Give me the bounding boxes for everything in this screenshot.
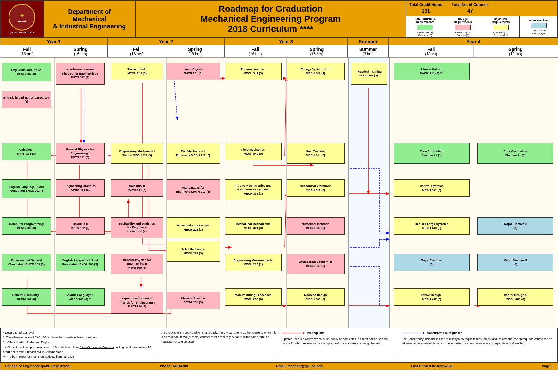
- sep-summer-y4: [389, 58, 390, 328]
- title-line1: Roadmap for Graduation: [201, 4, 341, 14]
- course-geng106: Computer ProgrammingGENG 106 (3): [2, 217, 51, 235]
- sep-y2-fall-spring: [166, 58, 167, 328]
- course-chem101: General Chemistry ICHEM 101 (3): [2, 288, 51, 306]
- year4-header: Year 4 Fall (18hrs) Spring (12 hrs): [389, 38, 558, 57]
- course-math231: Linear AlgebraMATH 231 (3): [166, 63, 220, 80]
- course-chem103: Experimental GeneralChemistry I CHEM 103…: [2, 254, 51, 271]
- col-y4-spring-bg: [474, 58, 558, 328]
- year2-label: Year 2: [108, 38, 224, 45]
- note-2: ** The alternate course ARAB 107 is offe…: [3, 335, 156, 340]
- sep-y4-fall-spring: [474, 58, 474, 328]
- course-math217: Mathematics forEngineers MATH 217 (3): [166, 179, 220, 200]
- y4-spring-label: Spring (12 hrs): [474, 45, 558, 57]
- course-mech322: Mechanical VibrationsMECH 322 (3): [286, 179, 345, 197]
- legend-major-electives: Major Electives Credit hrs(9) Courses(3): [520, 16, 557, 37]
- sep-y1-y2: [108, 58, 108, 328]
- course-mech213: Engineering MeasurementsMECH 213 (1): [225, 254, 282, 271]
- bottom-notes: * Departmental approval ** The alternate…: [1, 328, 159, 362]
- header: ✦ جامعة قطر QATAR UNIVERSITY Department …: [0, 0, 558, 38]
- title-line2: Mechanical Engineering Program: [201, 14, 341, 24]
- y1-spring-label: Spring (16 hrs): [54, 45, 107, 57]
- note-1: * Departmental approval: [3, 330, 156, 335]
- course-geng111: Engineering GraphicsGENG 111 (3): [56, 179, 105, 197]
- summer-label: Summer: [348, 38, 388, 45]
- course-geng200: Probability and statisticsfor EngineersG…: [111, 217, 163, 238]
- course-math211: Calculus IIIMATH 211 (3): [111, 179, 163, 197]
- total-courses: Total No. of Courses 47: [452, 2, 488, 15]
- course-phys194: Experimental GeneralPhysics for Engineer…: [111, 292, 163, 314]
- course-phys192: Experimental GeneralPhysics for Engineer…: [56, 63, 105, 85]
- footer-phone: Phone: 44034300: [160, 364, 188, 368]
- bottom-coreq: A co-requisite is a course which must be…: [159, 328, 279, 362]
- sep-y2-y3: [225, 58, 225, 328]
- dept-line3: & Industrial Engineering: [53, 23, 126, 30]
- summer-hrs-label: Summer (3 hrs): [348, 45, 388, 57]
- course-mech221: Engineering Mechanics IStatics MECH 221 …: [111, 143, 163, 164]
- course-math102: Calculus IIMATH 102 (3): [56, 217, 105, 235]
- course-phys191: General Physics forEngineering IPHYS 191…: [56, 143, 105, 164]
- note-5: **** To be in effect for Freshmen studen…: [3, 354, 156, 359]
- legend-college: CollegeRequirements Credit hrs(27) Cours…: [444, 16, 482, 37]
- sep-y3-summer: [348, 58, 349, 328]
- logo-arabic: جامعة قطر: [17, 20, 27, 22]
- course-mech448: Des of Energy SystemsMECH 448 (3): [394, 217, 470, 235]
- course-major-elec3: Major Elective III(3): [477, 254, 553, 271]
- course-mech399: Practical TrainingMECH 399 (3) *: [351, 63, 387, 85]
- course-mech241: ThermofluidsMECH 241 (3): [111, 63, 163, 80]
- course-math101: Calculus IMATH 101 (3): [2, 143, 51, 160]
- course-geng231: Material ScienceGENG 231 (3): [166, 292, 220, 309]
- course-mech330: Machine DesignMECH 330 (3): [286, 288, 345, 306]
- bottom-concurrent: ► Concurrent Pre-requisites The Concurre…: [399, 328, 557, 362]
- course-box-geng107: Eng Skills and EthicsGENG 107 (3): [2, 63, 51, 81]
- course-cce2: Core CurriculumElective ++ (3): [477, 143, 553, 164]
- year-header-bar: Year 1 Fall (16 hrs) Spring (16 hrs) Yea…: [0, 38, 558, 58]
- footer-email: Email: mecheng@qu.edu.qa: [276, 364, 323, 368]
- col-summer-bg: [348, 58, 389, 328]
- course-mech321: Mechanical MechanismsMECH 321 (3): [225, 217, 282, 235]
- course-mech487: Senior Design IMECH 487 (3): [394, 288, 470, 306]
- y3-spring-label: Spring (16 hrs): [286, 45, 348, 57]
- note-4: ++ Student must complete a minimum of 3 …: [3, 345, 156, 355]
- diagram-area: Eng Skills and EthicsGENG 107 (3) Eng Sk…: [0, 58, 558, 328]
- dept-line1: Department of: [53, 8, 126, 15]
- course-mech223: Solid MechanicsMECH 223 (3): [166, 241, 220, 262]
- course-phys193: General Physics forEngineering IIPHYS 19…: [111, 254, 163, 274]
- course-arab100: Arabic Language IARAB 100 (3) **: [56, 288, 105, 306]
- legend-major-core: Major CoreRequirements Credit hrs(62) Co…: [482, 16, 520, 37]
- note-3: *** Offered both in Arabic and English: [3, 340, 156, 345]
- legend-core-curriculum: Core CurriculumRequirements Credit hrs(3…: [406, 16, 444, 37]
- logo-section: ✦ جامعة قطر QATAR UNIVERSITY: [1, 1, 43, 37]
- course-cce1: Core CurriculumElective ++ (3): [394, 143, 470, 164]
- university-name: QATAR UNIVERSITY: [10, 31, 34, 34]
- title-section: Roadmap for Graduation Mechanical Engine…: [135, 1, 406, 37]
- course-mech488: Senior Design IIMECH 488 (3): [477, 288, 553, 306]
- y2-spring-label: Spring (18 hrs): [166, 45, 224, 57]
- course-major-elec1: Major Elective I(3): [394, 254, 470, 271]
- university-logo: ✦ جامعة قطر: [9, 4, 35, 31]
- year3-header: Year 3 Fall (16 hrs) Spring (16 hrs): [225, 38, 348, 57]
- footer-college: College of Engineering-MIE Department.: [5, 364, 71, 368]
- sep-y1-fall-spring: [54, 58, 55, 328]
- year1-header: Year 1 Fall (16 hrs) Spring (16 hrs): [0, 38, 108, 57]
- sep-y3-fall-spring: [286, 58, 287, 328]
- footer-page: Page 1: [542, 364, 553, 368]
- year2-header: Year 2 Fall (16 hrs) Spring (18 hrs): [108, 38, 225, 57]
- summer-header: Summer Summer (3 hrs): [348, 38, 389, 57]
- footer: College of Engineering-MIE Department. P…: [0, 363, 558, 370]
- course-mech230: Manufacturing ProcessesMECH 230 (3): [225, 288, 282, 306]
- year3-label: Year 3: [225, 38, 347, 45]
- course-mech342: ThermodynamicsMECH 342 (3): [225, 63, 282, 80]
- course-dummy1: Eng Skills and Ethics GENG 107 (3): [2, 91, 51, 108]
- y1-fall-label: Fall (16 hrs): [0, 45, 54, 57]
- course-mech222: Eng Mechanics IIDynamics MECH 222 (3): [166, 143, 220, 164]
- credit-info: Total Credit Hours 131 Total No. of Cour…: [406, 1, 557, 16]
- legend-row: Core CurriculumRequirements Credit hrs(3…: [406, 16, 557, 37]
- course-mech224: Introduction to DesignMECH 224 (3): [166, 217, 220, 238]
- y3-fall-label: Fall (16 hrs): [225, 45, 286, 57]
- course-engl202: English Language I PostFoundation ENGL 2…: [2, 179, 51, 198]
- course-dawa111: Islamic CultureDAWA 111 (3) ***: [394, 63, 470, 80]
- dept-section: Department of Mechanical & Industrial En…: [43, 1, 135, 37]
- course-geng300: Numerical MethodsGENG 300 (3): [286, 217, 345, 235]
- course-mech344: Heat TransferMECH 344 (3): [286, 143, 345, 164]
- course-geng360: Engineering EconomicsGENG 360 (3): [286, 254, 345, 274]
